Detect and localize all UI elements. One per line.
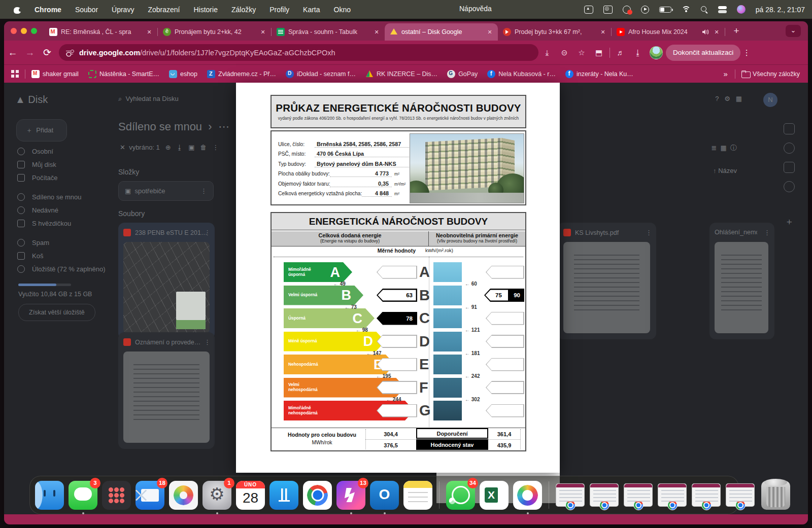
apple-menu-icon[interactable] <box>14 6 21 14</box>
bookmark-gopay[interactable]: GoPay <box>447 70 478 78</box>
reload-button[interactable]: ⟳ <box>39 47 56 58</box>
minimized-chrome-window[interactable] <box>624 483 653 507</box>
back-button[interactable]: ← <box>4 47 21 58</box>
messenger-app-icon[interactable]: 13 <box>336 481 365 510</box>
file-card-penb[interactable]: 238 PENB eSTU E 201… ⋮ <box>118 223 215 339</box>
minimized-chrome-window[interactable] <box>726 483 755 507</box>
control-center-icon[interactable] <box>718 6 727 13</box>
new-tab-button[interactable]: + <box>729 24 743 39</box>
calendar-panel-icon[interactable] <box>784 123 795 134</box>
zoom-page-icon[interactable]: ⊝ <box>556 48 573 57</box>
contacts-panel-icon[interactable] <box>784 181 795 192</box>
file-card-oznameni[interactable]: Oznámení o provede… ⋮ <box>118 332 215 449</box>
folder-spotrebice[interactable]: ▣ spotřebiče⋮ <box>118 181 214 201</box>
close-window-button[interactable] <box>11 28 17 34</box>
profile-avatar[interactable] <box>650 46 663 59</box>
wifi-icon[interactable] <box>682 6 691 13</box>
siri-icon[interactable] <box>737 5 746 14</box>
minimized-chrome-window[interactable] <box>658 483 687 507</box>
menu-chrome[interactable]: Chrome <box>35 6 61 14</box>
tab-prodej[interactable]: Prodej bytu 3+kk 67 m², ✕ <box>498 23 611 41</box>
bookmark-inzeraty[interactable]: inzeráty - Nela Ku… <box>565 70 633 78</box>
chrome-menu-icon[interactable]: ⋮ <box>741 48 752 57</box>
close-tab-icon[interactable]: ✕ <box>486 28 494 36</box>
site-controls-icon[interactable] <box>66 49 74 56</box>
sidebar-item-hvezdicka[interactable]: S hvězdičkou <box>17 220 71 227</box>
url-text[interactable]: drive.google.com/drive/u/1/folders/1J7le… <box>79 49 335 57</box>
tab-youtube[interactable]: Afro House Mix 2024 ✕ <box>612 23 725 41</box>
whatsapp-app-icon[interactable]: 34 <box>446 481 475 510</box>
notes-app-icon[interactable] <box>403 481 432 510</box>
minimized-chrome-window[interactable] <box>590 483 619 507</box>
menu-zalozky[interactable]: Záložky <box>231 6 256 14</box>
bookmark-nastenka[interactable]: Nástěnka - SmartE… <box>88 70 159 78</box>
tab-audio-icon[interactable] <box>702 29 709 35</box>
bookmark-eshop[interactable]: eshop <box>169 70 197 78</box>
drive-search-input[interactable]: ⌕ Vyhledat na Disku <box>118 95 179 103</box>
finder-app-icon[interactable] <box>35 481 64 510</box>
menu-karta[interactable]: Karta <box>303 6 320 14</box>
close-tab-icon[interactable]: ✕ <box>145 28 153 36</box>
battery-icon[interactable] <box>659 7 671 13</box>
all-bookmarks-button[interactable]: Všechny záložky <box>741 71 800 78</box>
tab-sheets[interactable]: Správa - souhrn - Tabulk ✕ <box>272 23 385 41</box>
sidebar-item-sdileno[interactable]: Sdíleno se mnou <box>17 193 82 201</box>
bookmark-nela[interactable]: Nela Kubasová - r… <box>487 70 556 78</box>
recording-status-icon[interactable] <box>623 6 631 14</box>
menu-okno[interactable]: Okno <box>334 6 351 14</box>
appstore-app-icon[interactable] <box>269 481 298 510</box>
sidebar-item-nedavne[interactable]: Nedávné <box>17 206 58 214</box>
launchpad-icon[interactable] <box>102 481 131 510</box>
menu-upravy[interactable]: Úpravy <box>112 6 134 14</box>
sidebar-item-uloziste[interactable]: Úložiště (72 % zaplněno) <box>17 265 106 273</box>
menubar-clock[interactable]: pá 28. 2., 21:07 <box>756 6 805 14</box>
menu-napoveda[interactable]: Nápověda <box>459 5 492 13</box>
tab-drive-active[interactable]: ostatní – Disk Google ✕ <box>385 23 498 41</box>
sidebar-item-spam[interactable]: Spam <box>17 239 49 247</box>
menu-historie[interactable]: Historie <box>193 6 217 14</box>
minimized-chrome-window[interactable] <box>556 483 585 507</box>
close-tab-icon[interactable]: ✕ <box>713 28 721 36</box>
chrome-app-icon[interactable] <box>303 481 332 510</box>
close-tab-icon[interactable]: ✕ <box>599 28 607 36</box>
downloads-icon[interactable]: ⭳ <box>629 48 647 57</box>
drive-logo[interactable]: ▲ Disk <box>15 94 48 105</box>
menu-soubor[interactable]: Soubor <box>75 6 98 14</box>
drive-status-icon[interactable] <box>584 6 593 14</box>
bookmark-idoklad[interactable]: iDoklad - seznam f… <box>286 70 356 78</box>
excel-app-icon[interactable] <box>480 481 509 510</box>
forward-button[interactable]: → <box>21 47 39 58</box>
finish-update-button[interactable]: Dokončit aktualizaci <box>666 45 740 61</box>
file-card-ks[interactable]: KS Livshyts.pdf ⋮ <box>557 223 656 339</box>
get-storage-button[interactable]: Získat větší úložiště <box>18 304 95 321</box>
tab-search-chevron-button[interactable]: ⌄ <box>786 25 801 37</box>
menu-profily[interactable]: Profily <box>269 6 289 14</box>
spotlight-icon[interactable] <box>701 6 708 13</box>
photos-app-icon[interactable] <box>169 481 198 510</box>
file-card-ohlaseni[interactable]: Ohlášení_nemovitost… ⋮ <box>709 223 774 339</box>
window-controls[interactable] <box>11 28 37 34</box>
outlook-app-icon[interactable] <box>370 481 399 510</box>
menu-zobrazeni[interactable]: Zobrazení <box>148 6 180 14</box>
sidebar-item-muj-disk[interactable]: Můj disk <box>17 161 56 168</box>
bookmark-shaker-gmail[interactable]: shaker gmail <box>31 70 79 78</box>
extensions-puzzle-icon[interactable]: ⬒ <box>590 48 607 57</box>
sidebar-item-osobni[interactable]: Osobní <box>17 148 53 155</box>
bookmark-star-icon[interactable]: ☆ <box>573 48 590 57</box>
minimize-window-button[interactable] <box>21 28 27 34</box>
adobe-cc-app-icon[interactable] <box>513 481 542 510</box>
selection-toolbar[interactable]: ✕ vybráno: 1 ⊕ ⭳ ▣ 🗑 ⋮ <box>120 144 219 151</box>
playback-status-icon[interactable] <box>641 6 649 14</box>
view-toggle[interactable]: ≣ ▦ ⓘ <box>711 144 737 153</box>
messages-app-icon[interactable]: 3 <box>69 481 97 510</box>
keep-panel-icon[interactable] <box>784 143 795 154</box>
apps-grid-icon[interactable] <box>11 70 19 78</box>
zoom-window-button[interactable] <box>31 28 37 34</box>
tasks-panel-icon[interactable] <box>784 162 795 173</box>
sidebar-item-pocitace[interactable]: Počítače <box>17 174 58 182</box>
bookmark-rk-inzerce[interactable]: RK INZERCE – Dis… <box>365 70 437 78</box>
sort-by-name[interactable]: ↑ Název <box>713 167 737 174</box>
side-panel-plus-icon[interactable]: ＋ <box>785 216 794 228</box>
close-tab-icon[interactable]: ✕ <box>373 28 381 36</box>
close-tab-icon[interactable]: ✕ <box>259 28 267 36</box>
